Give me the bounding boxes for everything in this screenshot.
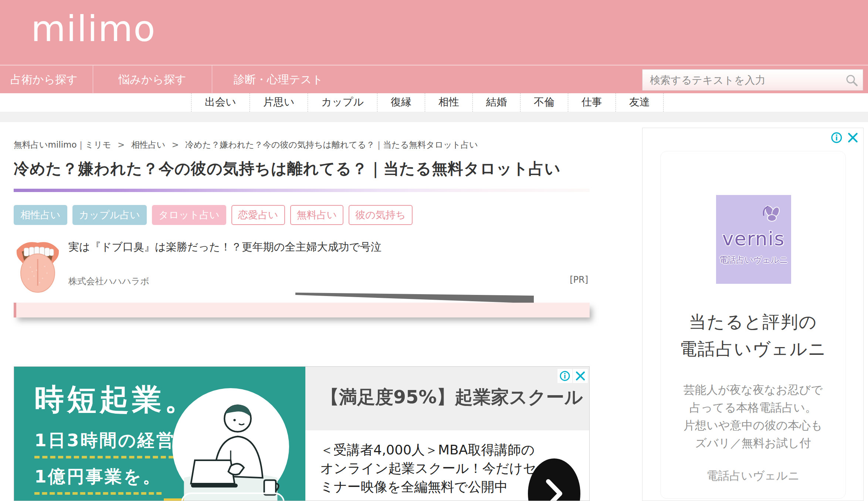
page-title: 冷めた？嫌われた？今の彼の気持ちは離れてる？｜当たる無料タロット占い: [14, 158, 561, 179]
search-input[interactable]: [642, 70, 863, 90]
header-bottom-band: [0, 112, 868, 122]
search-icon[interactable]: [845, 74, 858, 87]
tag-kare-no-kimochi[interactable]: 彼の気持ち: [349, 205, 412, 225]
ad-close-icon[interactable]: [573, 369, 588, 383]
sidebar-ad-brand: 電話占いヴェルニ: [661, 468, 845, 484]
ad-close-icon[interactable]: [845, 131, 860, 145]
flower-icon: [762, 203, 782, 224]
subnav-item-furin[interactable]: 不倫: [520, 93, 568, 112]
tag-renai-uranai[interactable]: 恋愛占い: [231, 205, 285, 225]
subnav-item-aisho[interactable]: 相性: [425, 93, 472, 112]
tag-muryo-uranai[interactable]: 無料占い: [290, 205, 344, 225]
breadcrumb: 無料占いmilimo｜ミリモ > 相性占い > 冷めた？嫌われた？今の彼の気持ち…: [14, 139, 478, 151]
adchoices-info-icon[interactable]: [829, 131, 844, 145]
subnav-item-shigoto[interactable]: 仕事: [568, 93, 616, 112]
site-logo[interactable]: milimo: [31, 8, 156, 50]
vernis-logo-image[interactable]: vernis 電話占いヴェルニ: [716, 195, 791, 284]
sidebar-ad-card[interactable]: vernis 電話占いヴェルニ 当たると評判の 電話占いヴェルニ 芸能人が夜な夜…: [660, 151, 846, 499]
search-box: [642, 69, 863, 91]
tongue-mouth-image[interactable]: [14, 238, 62, 293]
nav-item-psychological-test[interactable]: 診断・心理テスト: [212, 65, 345, 93]
tag-tarot-uranai[interactable]: タロット占い: [152, 205, 226, 225]
subnav-item-tomodachi[interactable]: 友達: [616, 93, 664, 112]
pr-label: [PR]: [570, 275, 588, 285]
pink-section-bar: [14, 303, 590, 317]
title-gradient-rule: [14, 189, 590, 192]
breadcrumb-separator: >: [172, 140, 179, 149]
native-ad[interactable]: 実は『ドブ口臭』は楽勝だった！？更年期の全主婦大成功で号泣 株式会社ハハハラボ …: [14, 237, 590, 296]
primary-nav: 占術から探す 悩みから探す 診断・心理テスト: [0, 65, 868, 93]
subnav-item-kekkon[interactable]: 結婚: [472, 93, 520, 112]
page: milimo 占術から探す 悩みから探す 診断・心理テスト 出会い 片思い カッ…: [0, 0, 868, 501]
breadcrumb-category[interactable]: 相性占い: [131, 140, 166, 149]
man-at-laptop-illustration: [172, 388, 289, 501]
subnav-item-fukuen[interactable]: 復縁: [377, 93, 425, 112]
nav-item-search-by-divination[interactable]: 占術から探す: [0, 65, 93, 93]
site-header: milimo: [0, 0, 868, 65]
vernis-logo-text: vernis: [716, 228, 791, 250]
nav-item-search-by-worry[interactable]: 悩みから探す: [93, 65, 212, 93]
secondary-nav-row: 出会い 片思い カップル 復縁 相性 結婚 不倫 仕事 友達: [191, 93, 664, 112]
vernis-logo-subtext: 電話占いヴェルニ: [716, 254, 791, 266]
breadcrumb-separator: >: [118, 140, 125, 149]
tag-couple-uranai[interactable]: カップル占い: [72, 205, 147, 225]
secondary-nav: 出会い 片思い カップル 復縁 相性 結婚 不倫 仕事 友達: [0, 93, 868, 112]
tag-aisho-uranai[interactable]: 相性占い: [14, 205, 67, 225]
subnav-item-deai[interactable]: 出会い: [191, 93, 250, 112]
banner-line2: 1億円事業を。: [34, 465, 162, 495]
banner-ad-image[interactable]: 時短起業。 1日3時間の経営で、 1億円事業を。 京大・MBA卒講師の講座を無料…: [14, 367, 305, 501]
cropped-cta-pill[interactable]: [181, 492, 285, 501]
subnav-item-couple[interactable]: カップル: [308, 93, 377, 112]
adchoices-info-icon[interactable]: [557, 369, 572, 383]
subnav-item-kataomoi[interactable]: 片思い: [250, 93, 308, 112]
sidebar-ad-body: 芸能人が夜な夜なお忍びで 占ってる本格電話占い。 片想いや意中の彼の本心も ズバ…: [661, 381, 845, 452]
breadcrumb-current: 冷めた？嫌われた？今の彼の気持ちは離れてる？｜当たる無料タロット占い: [185, 140, 478, 149]
banner-ad-body[interactable]: ＜受講者4,000人＞MBA取得講師のオンライン起業スクール！今だけセミナー映像…: [320, 441, 547, 496]
main-content: 無料占いmilimo｜ミリモ > 相性占い > 冷めた？嫌われた？今の彼の気持ち…: [14, 122, 590, 501]
tag-row: 相性占い カップル占い タロット占い 恋愛占い 無料占い 彼の気持ち: [14, 205, 413, 225]
native-ad-advertiser: 株式会社ハハハラボ: [68, 275, 149, 287]
breadcrumb-home[interactable]: 無料占いmilimo｜ミリモ: [14, 140, 111, 149]
banner-ad-title[interactable]: 【満足度95%】起業家スクール: [321, 385, 583, 410]
banner-ad[interactable]: 時短起業。 1日3時間の経営で、 1億円事業を。 京大・MBA卒講師の講座を無料…: [14, 366, 590, 501]
native-ad-headline[interactable]: 実は『ドブ口臭』は楽勝だった！？更年期の全主婦大成功で号泣: [68, 240, 382, 255]
sidebar-ad[interactable]: vernis 電話占いヴェルニ 当たると評判の 電話占いヴェルニ 芸能人が夜な夜…: [642, 128, 864, 501]
sidebar-ad-headline: 当たると評判の 電話占いヴェルニ: [661, 309, 845, 363]
